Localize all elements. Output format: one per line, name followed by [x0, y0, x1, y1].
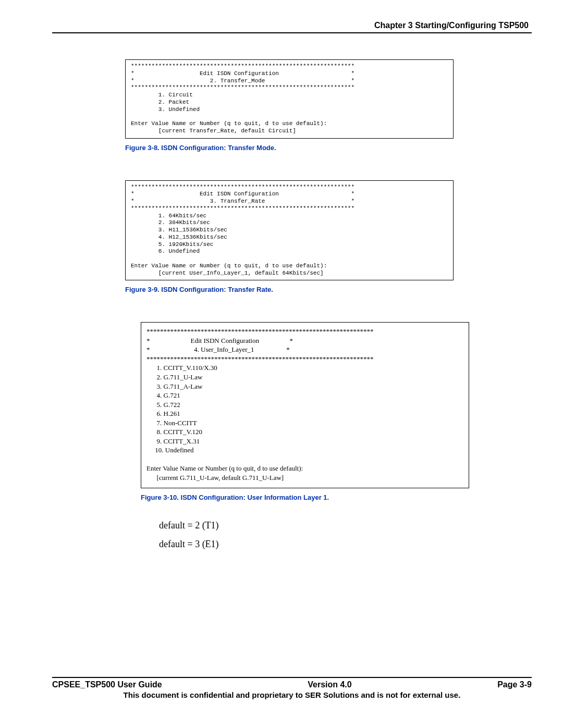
- footer-version: Version 4.0: [308, 680, 352, 689]
- figure-3-9: ****************************************…: [125, 180, 454, 294]
- footer-rule: [52, 677, 532, 678]
- default-e1: default = 3 (E1): [159, 535, 532, 553]
- caption-figure-3-10: Figure 3-10. ISDN Configuration: User In…: [141, 493, 532, 501]
- caption-figure-3-8: Figure 3-8. ISDN Configuration: Transfer…: [125, 144, 454, 152]
- caption-figure-3-9: Figure 3-9. ISDN Configuration: Transfer…: [125, 286, 454, 293]
- chapter-header: Chapter 3 Starting/Configuring TSP500: [52, 21, 532, 30]
- page-footer: CPSEE_TSP500 User Guide Version 4.0 Page…: [52, 677, 532, 699]
- console-transfer-mode: ****************************************…: [125, 59, 454, 139]
- console-user-info-layer: ****************************************…: [141, 322, 469, 488]
- footer-page-number: Page 3-9: [497, 680, 532, 689]
- figure-3-8: ****************************************…: [125, 59, 454, 152]
- figure-3-10: ****************************************…: [52, 322, 532, 501]
- default-notes: default = 2 (T1) default = 3 (E1): [159, 516, 532, 553]
- header-rule: [52, 32, 532, 33]
- page: Chapter 3 Starting/Configuring TSP500 **…: [0, 0, 563, 728]
- default-t1: default = 2 (T1): [159, 516, 532, 535]
- footer-doc-title: CPSEE_TSP500 User Guide: [52, 680, 162, 689]
- console-transfer-rate: ****************************************…: [125, 180, 454, 281]
- footer-confidential: This document is confidential and propri…: [52, 690, 532, 699]
